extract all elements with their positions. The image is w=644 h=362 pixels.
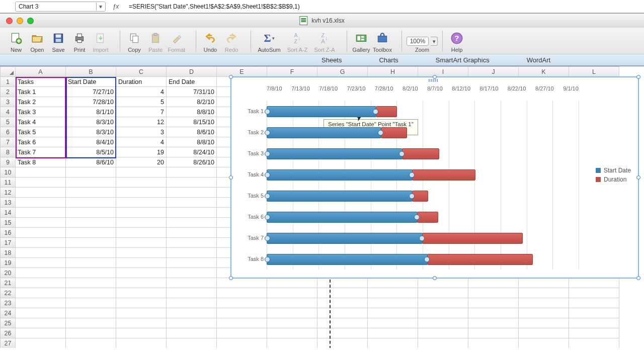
tab-charts[interactable]: Charts — [364, 55, 413, 65]
cell-D2[interactable]: 7/31/10 — [167, 87, 217, 97]
cell-C2[interactable]: 4 — [116, 87, 167, 97]
row-header-7[interactable]: 7 — [1, 137, 16, 147]
cell-G24[interactable] — [317, 308, 368, 318]
cell-D1[interactable]: End Date — [167, 77, 217, 87]
chart-legend[interactable]: Start Date Duration — [596, 165, 631, 185]
bar-start-date[interactable] — [267, 106, 376, 117]
cell-D24[interactable] — [167, 308, 217, 318]
cell-A3[interactable]: Task 2 — [16, 97, 66, 107]
autosum-button[interactable]: Σ▾AutoSum — [255, 30, 283, 53]
embedded-chart[interactable]: 7/8/107/13/107/18/107/23/107/28/108/2/10… — [230, 76, 639, 279]
chart-bar-task-5[interactable] — [267, 190, 579, 202]
cell-E26[interactable] — [217, 328, 267, 338]
cell-D13[interactable] — [167, 198, 217, 208]
col-header-L[interactable]: L — [569, 67, 619, 77]
cell-E23[interactable] — [217, 298, 267, 308]
row-header-25[interactable]: 25 — [1, 318, 16, 328]
bar-duration[interactable] — [417, 212, 438, 223]
cell-C19[interactable] — [116, 258, 167, 268]
cell-C4[interactable]: 7 — [116, 107, 167, 117]
cell-E22[interactable] — [217, 288, 267, 298]
row-header-17[interactable]: 17 — [1, 238, 16, 248]
zoom-dropdown-icon[interactable]: ▾ — [431, 37, 438, 46]
cell-B17[interactable] — [66, 238, 116, 248]
chart-resize-handle[interactable] — [229, 175, 233, 179]
cell-A13[interactable] — [16, 198, 66, 208]
cell-D26[interactable] — [167, 328, 217, 338]
cell-B16[interactable] — [66, 228, 116, 238]
row-header-9[interactable]: 9 — [1, 157, 16, 167]
cell-A14[interactable] — [16, 208, 66, 218]
row-header-4[interactable]: 4 — [1, 107, 16, 117]
chart-resize-handle[interactable] — [636, 175, 640, 179]
cell-C27[interactable] — [116, 338, 167, 348]
row-header-18[interactable]: 18 — [1, 248, 16, 258]
cell-K26[interactable] — [519, 328, 569, 338]
cell-C9[interactable]: 20 — [116, 157, 167, 167]
row-header-10[interactable]: 10 — [1, 167, 16, 177]
bar-duration[interactable] — [422, 233, 523, 244]
cell-A5[interactable]: Task 4 — [16, 117, 66, 127]
bar-start-date[interactable] — [267, 169, 413, 180]
save-button[interactable]: Save — [48, 30, 68, 53]
cell-F27[interactable] — [267, 338, 317, 348]
cell-K22[interactable] — [519, 288, 569, 298]
cell-I21[interactable] — [418, 278, 468, 288]
cell-H22[interactable] — [368, 288, 418, 298]
col-header-D[interactable]: D — [167, 67, 217, 77]
cell-A8[interactable]: Task 7 — [16, 147, 66, 157]
chart-bar-task-1[interactable] — [267, 106, 579, 118]
cell-G21[interactable] — [317, 278, 368, 288]
chart-bar-task-3[interactable] — [267, 148, 579, 160]
tab-smartart[interactable]: SmartArt Graphics — [421, 55, 504, 65]
tab-wordart[interactable]: WordArt — [512, 55, 565, 65]
cell-C1[interactable]: Duration — [116, 77, 167, 87]
cell-B27[interactable] — [66, 338, 116, 348]
cell-C7[interactable]: 4 — [116, 137, 167, 147]
row-header-22[interactable]: 22 — [1, 288, 16, 298]
cell-A17[interactable] — [16, 238, 66, 248]
cell-A4[interactable]: Task 3 — [16, 107, 66, 117]
cell-B19[interactable] — [66, 258, 116, 268]
cell-G23[interactable] — [317, 298, 368, 308]
bar-duration[interactable] — [381, 127, 407, 138]
row-header-3[interactable]: 3 — [1, 97, 16, 107]
cell-B8[interactable]: 8/5/10 — [66, 147, 116, 157]
cell-C26[interactable] — [116, 328, 167, 338]
cell-F24[interactable] — [267, 308, 317, 318]
col-header-H[interactable]: H — [368, 67, 418, 77]
cell-H27[interactable] — [368, 338, 418, 348]
cell-C10[interactable] — [116, 167, 167, 177]
cell-J22[interactable] — [468, 288, 519, 298]
row-header-11[interactable]: 11 — [1, 177, 16, 188]
row-header-26[interactable]: 26 — [1, 328, 16, 338]
cell-A24[interactable] — [16, 308, 66, 318]
cell-B14[interactable] — [66, 208, 116, 218]
bar-start-date[interactable] — [267, 233, 423, 244]
cell-C5[interactable]: 12 — [116, 117, 167, 127]
cell-B11[interactable] — [66, 177, 116, 188]
name-box-dropdown-icon[interactable]: ▾ — [96, 3, 104, 11]
zoom-window-button[interactable] — [27, 18, 34, 24]
cell-D10[interactable] — [167, 167, 217, 177]
row-header-24[interactable]: 24 — [1, 308, 16, 318]
cell-D19[interactable] — [167, 258, 217, 268]
cell-A15[interactable] — [16, 218, 66, 228]
cell-D15[interactable] — [167, 218, 217, 228]
bar-duration[interactable] — [412, 169, 475, 180]
cell-B15[interactable] — [66, 218, 116, 228]
cell-I24[interactable] — [418, 308, 468, 318]
cell-J21[interactable] — [468, 278, 519, 288]
cell-H23[interactable] — [368, 298, 418, 308]
cell-I26[interactable] — [418, 328, 468, 338]
fx-icon[interactable]: ƒx — [110, 3, 122, 10]
cell-L27[interactable] — [569, 338, 619, 348]
bar-start-date[interactable] — [267, 148, 403, 159]
cell-A2[interactable]: Task 1 — [16, 87, 66, 97]
cell-D4[interactable]: 8/8/10 — [167, 107, 217, 117]
cell-B6[interactable]: 8/3/10 — [66, 127, 116, 137]
cell-C14[interactable] — [116, 208, 167, 218]
cell-B24[interactable] — [66, 308, 116, 318]
cell-E24[interactable] — [217, 308, 267, 318]
cell-A18[interactable] — [16, 248, 66, 258]
